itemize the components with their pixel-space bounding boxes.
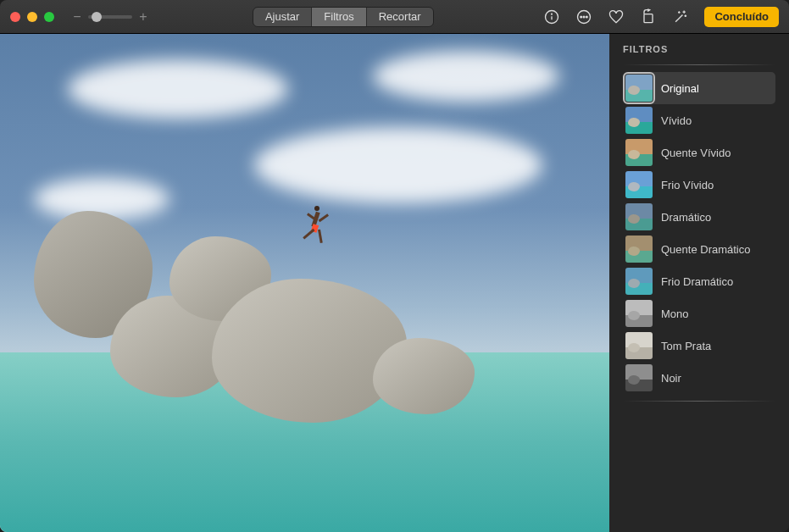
svg-point-4 (581, 16, 582, 18)
filter-option-mono[interactable]: Mono (623, 297, 775, 330)
svg-rect-7 (644, 14, 653, 22)
filter-thumbnail (625, 203, 653, 230)
rotate-icon[interactable] (640, 8, 657, 25)
filter-thumbnail (625, 107, 653, 134)
filter-option-frio-vívido[interactable]: Frio Vívido (623, 169, 775, 201)
tab-crop[interactable]: Recortar (367, 8, 433, 26)
tab-adjust[interactable]: Ajustar (253, 8, 312, 26)
filter-thumbnail (625, 300, 653, 327)
filter-list: OriginalVívidoQuente VívidoFrio VívidoDr… (623, 72, 775, 394)
filter-thumbnail (625, 75, 653, 102)
zoom-out-button[interactable]: − (71, 9, 83, 25)
filter-label: Dramático (661, 211, 711, 224)
filter-thumbnail (625, 171, 653, 198)
heart-icon[interactable] (608, 8, 625, 25)
filter-thumbnail (625, 268, 653, 295)
filter-label: Original (661, 82, 699, 95)
filter-thumbnail (625, 236, 653, 263)
wand-icon[interactable] (672, 8, 689, 25)
tab-filters[interactable]: Filtros (312, 8, 366, 26)
filter-option-quente-dramático[interactable]: Quente Dramático (623, 233, 775, 265)
divider (623, 64, 775, 65)
filter-option-vívido[interactable]: Vívido (623, 104, 775, 136)
zoom-in-button[interactable]: + (137, 9, 149, 25)
toolbar: − + Ajustar Filtros Recortar Concluído (0, 0, 789, 34)
more-icon[interactable] (575, 8, 592, 25)
close-window-icon[interactable] (10, 12, 20, 22)
filter-option-quente-vívido[interactable]: Quente Vívido (623, 136, 775, 169)
edit-mode-tabs: Ajustar Filtros Recortar (253, 7, 434, 27)
filter-option-tom-prata[interactable]: Tom Prata (623, 330, 775, 362)
filter-label: Tom Prata (661, 340, 711, 352)
filter-option-frio-dramático[interactable]: Frio Dramático (623, 265, 775, 297)
zoom-control: − + (71, 9, 149, 25)
divider (623, 401, 775, 402)
toolbar-actions (543, 8, 689, 25)
photo-preview (0, 34, 609, 532)
fullscreen-window-icon[interactable] (44, 12, 54, 22)
filter-option-original[interactable]: Original (623, 72, 775, 104)
done-button[interactable]: Concluído (704, 7, 779, 27)
svg-point-5 (584, 16, 586, 18)
minimize-window-icon[interactable] (27, 12, 37, 22)
filter-label: Quente Dramático (661, 243, 751, 256)
main-area: FILTROS OriginalVívidoQuente VívidoFrio … (0, 34, 789, 532)
info-icon[interactable] (543, 8, 560, 25)
zoom-slider[interactable] (88, 15, 132, 19)
svg-point-6 (586, 16, 588, 18)
filters-sidebar: FILTROS OriginalVívidoQuente VívidoFrio … (609, 34, 789, 532)
filter-option-dramático[interactable]: Dramático (623, 201, 775, 233)
filter-thumbnail (625, 364, 653, 391)
filter-label: Frio Vívido (661, 179, 714, 191)
sidebar-title: FILTROS (623, 44, 775, 54)
filter-label: Mono (661, 308, 689, 320)
filter-label: Noir (661, 372, 681, 385)
filter-label: Quente Vívido (661, 147, 731, 159)
filter-label: Vívido (661, 114, 692, 127)
filter-thumbnail (625, 139, 653, 166)
filter-label: Frio Dramático (661, 275, 733, 288)
filter-thumbnail (625, 332, 653, 359)
photo-canvas[interactable] (0, 34, 609, 532)
filter-option-noir[interactable]: Noir (623, 362, 775, 394)
window-controls (10, 12, 54, 22)
svg-point-2 (552, 14, 553, 14)
